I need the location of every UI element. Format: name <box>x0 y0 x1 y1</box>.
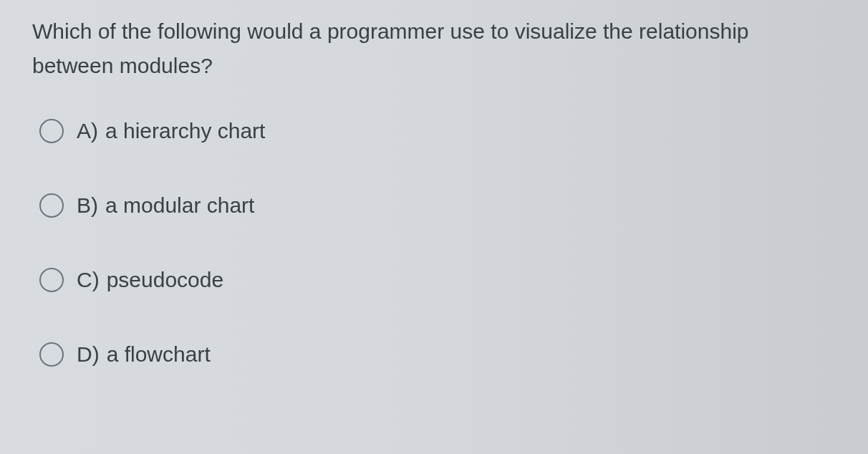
option-letter: C) <box>77 268 100 292</box>
radio-button-a[interactable] <box>39 119 64 143</box>
option-c[interactable]: C) pseudocode <box>39 268 836 292</box>
radio-button-d[interactable] <box>39 342 64 367</box>
option-b[interactable]: B) a modular chart <box>39 193 836 218</box>
option-text: a hierarchy chart <box>105 119 265 143</box>
option-letter: A) <box>77 119 98 143</box>
option-letter: B) <box>77 193 98 218</box>
option-a[interactable]: A) a hierarchy chart <box>39 119 836 143</box>
question-text: Which of the following would a programme… <box>32 14 836 83</box>
option-text: a flowchart <box>107 342 211 367</box>
option-d[interactable]: D) a flowchart <box>39 342 836 367</box>
option-letter: D) <box>77 342 100 367</box>
radio-button-b[interactable] <box>39 193 64 218</box>
option-text: a modular chart <box>105 193 254 218</box>
radio-button-c[interactable] <box>39 268 64 292</box>
options-container: A) a hierarchy chart B) a modular chart … <box>32 119 836 367</box>
option-text: pseudocode <box>107 268 223 292</box>
